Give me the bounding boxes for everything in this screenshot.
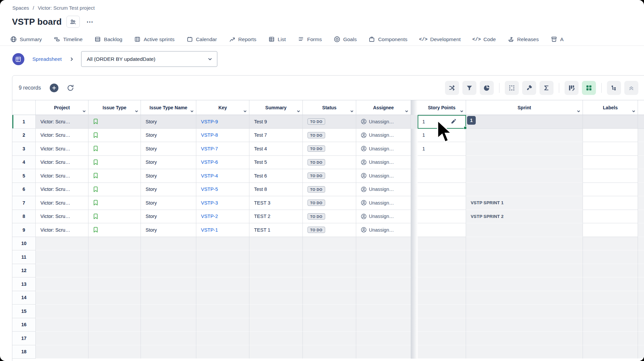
tab-forms[interactable]: Forms bbox=[297, 36, 322, 43]
cell-key[interactable] bbox=[196, 332, 249, 345]
cell-labels[interactable] bbox=[583, 169, 638, 183]
tab-summary[interactable]: Summary bbox=[10, 36, 42, 43]
refresh-button[interactable] bbox=[66, 84, 74, 92]
cell-sprint[interactable] bbox=[466, 332, 583, 345]
cell-project[interactable]: Victor: Scru… bbox=[36, 169, 88, 183]
header-issue-type[interactable]: Issue Type bbox=[88, 100, 141, 115]
issue-key-link[interactable]: VSTP-4 bbox=[201, 173, 218, 178]
cell-status[interactable] bbox=[303, 318, 356, 332]
cell-summary[interactable]: TEST 3 bbox=[249, 196, 303, 210]
cell-issue-type[interactable] bbox=[88, 196, 141, 210]
cell-project[interactable] bbox=[36, 318, 88, 332]
cell-issue-type[interactable] bbox=[88, 250, 141, 264]
cell-sprint[interactable] bbox=[466, 142, 583, 156]
cell-key[interactable] bbox=[196, 237, 249, 251]
header-story-points[interactable]: Story Points bbox=[418, 100, 466, 115]
cell-labels[interactable] bbox=[583, 318, 638, 332]
chevron-down-icon[interactable] bbox=[135, 110, 138, 113]
header-labels[interactable]: Labels bbox=[583, 100, 638, 115]
issue-key-link[interactable]: VSTP-5 bbox=[201, 187, 218, 192]
cell-status[interactable] bbox=[303, 250, 356, 264]
cell-labels[interactable] bbox=[583, 277, 638, 291]
cell-status[interactable] bbox=[303, 291, 356, 305]
cell-story-points[interactable]: 1 bbox=[418, 305, 466, 318]
cell-summary[interactable]: TEST 1 bbox=[249, 223, 303, 237]
more-options-button[interactable]: ⋯ bbox=[84, 18, 96, 26]
cell-issue-type[interactable] bbox=[88, 142, 141, 156]
cell-labels[interactable] bbox=[583, 291, 638, 305]
cell-key[interactable]: VSTP-3 bbox=[196, 196, 249, 210]
cell-story-points[interactable]: 1 1 bbox=[418, 142, 466, 156]
cell-sprint[interactable]: VSTP SPRINT 2 bbox=[466, 210, 583, 224]
cell-labels[interactable] bbox=[583, 156, 638, 169]
cell-issue-type[interactable] bbox=[88, 291, 141, 305]
cell-issue-type[interactable] bbox=[88, 277, 141, 291]
row-number-cell[interactable]: 12 bbox=[12, 264, 36, 278]
spreadsheet-breadcrumb-link[interactable]: Spreadsheet bbox=[32, 56, 62, 62]
cell-issue-type-name[interactable] bbox=[141, 277, 196, 291]
cell-assignee[interactable]: Unassign… bbox=[356, 223, 411, 237]
share-team-button[interactable] bbox=[66, 16, 80, 28]
column-settings-button[interactable] bbox=[565, 81, 579, 95]
cell-story-points[interactable]: 1 bbox=[418, 237, 466, 251]
cell-summary[interactable] bbox=[249, 305, 303, 318]
tab-archive[interactable]: A bbox=[551, 36, 564, 43]
cell-issue-type[interactable] bbox=[88, 129, 141, 142]
cell-issue-type[interactable] bbox=[88, 183, 141, 197]
cell-story-points[interactable]: 1 bbox=[418, 210, 466, 224]
cell-assignee[interactable] bbox=[356, 264, 411, 278]
collapse-button[interactable] bbox=[624, 81, 638, 95]
cell-key[interactable]: VSTP-6 bbox=[196, 156, 249, 169]
header-status[interactable]: Status bbox=[303, 100, 356, 115]
cell-assignee[interactable]: Unassign… bbox=[356, 210, 411, 224]
cell-issue-type[interactable] bbox=[88, 237, 141, 251]
cell-summary[interactable] bbox=[249, 345, 303, 359]
cell-sprint[interactable] bbox=[466, 277, 583, 291]
sum-button[interactable] bbox=[540, 81, 554, 95]
cell-status[interactable] bbox=[303, 237, 356, 251]
row-number-cell[interactable]: 13 bbox=[12, 277, 36, 291]
cell-story-points[interactable]: 1 bbox=[418, 169, 466, 183]
cell-key[interactable] bbox=[196, 264, 249, 278]
issue-key-link[interactable]: VSTP-8 bbox=[201, 132, 218, 138]
cell-sprint[interactable] bbox=[466, 305, 583, 318]
cell-project[interactable]: Victor: Scru… bbox=[36, 115, 88, 129]
cell-project[interactable] bbox=[36, 305, 88, 318]
row-number-cell[interactable]: 16 bbox=[12, 318, 36, 332]
cell-issue-type-name[interactable] bbox=[141, 345, 196, 359]
cell-assignee[interactable]: Unassign… bbox=[356, 169, 411, 183]
cell-story-points[interactable]: 1 bbox=[418, 264, 466, 278]
cell-status[interactable]: TO DO bbox=[303, 115, 356, 129]
cell-story-points[interactable]: 1 1 bbox=[418, 129, 466, 142]
cell-sprint[interactable] bbox=[466, 115, 583, 129]
cell-sprint[interactable] bbox=[466, 291, 583, 305]
cell-status[interactable] bbox=[303, 345, 356, 359]
chevron-down-icon[interactable] bbox=[190, 110, 194, 113]
cell-summary[interactable] bbox=[249, 264, 303, 278]
issue-key-link[interactable]: VSTP-3 bbox=[201, 200, 218, 206]
tab-reports[interactable]: Reports bbox=[229, 36, 256, 43]
cell-summary[interactable] bbox=[249, 332, 303, 345]
header-summary[interactable]: Summary bbox=[249, 100, 303, 115]
row-number-cell[interactable]: 5 bbox=[12, 169, 36, 183]
hierarchy-button[interactable] bbox=[607, 81, 621, 95]
cell-project[interactable] bbox=[36, 291, 88, 305]
cell-summary[interactable] bbox=[249, 291, 303, 305]
cell-issue-type-name[interactable]: Story bbox=[141, 210, 196, 224]
cell-issue-type-name[interactable]: Story bbox=[141, 142, 196, 156]
cell-summary[interactable] bbox=[249, 277, 303, 291]
cell-labels[interactable] bbox=[583, 250, 638, 264]
cell-key[interactable]: VSTP-1 bbox=[196, 223, 249, 237]
fill-handle[interactable] bbox=[464, 126, 467, 129]
cell-key[interactable]: VSTP-4 bbox=[196, 169, 249, 183]
cell-assignee[interactable] bbox=[356, 237, 411, 251]
cell-sprint[interactable] bbox=[466, 318, 583, 332]
cell-summary[interactable] bbox=[249, 318, 303, 332]
issue-key-link[interactable]: VSTP-2 bbox=[201, 214, 218, 219]
cell-key[interactable] bbox=[196, 291, 249, 305]
tab-components[interactable]: Components bbox=[368, 36, 407, 43]
cell-story-points[interactable]: 1 bbox=[418, 318, 466, 332]
cell-summary[interactable] bbox=[249, 250, 303, 264]
cell-summary[interactable]: Test 9 bbox=[249, 115, 303, 129]
cell-issue-type[interactable] bbox=[88, 318, 141, 332]
